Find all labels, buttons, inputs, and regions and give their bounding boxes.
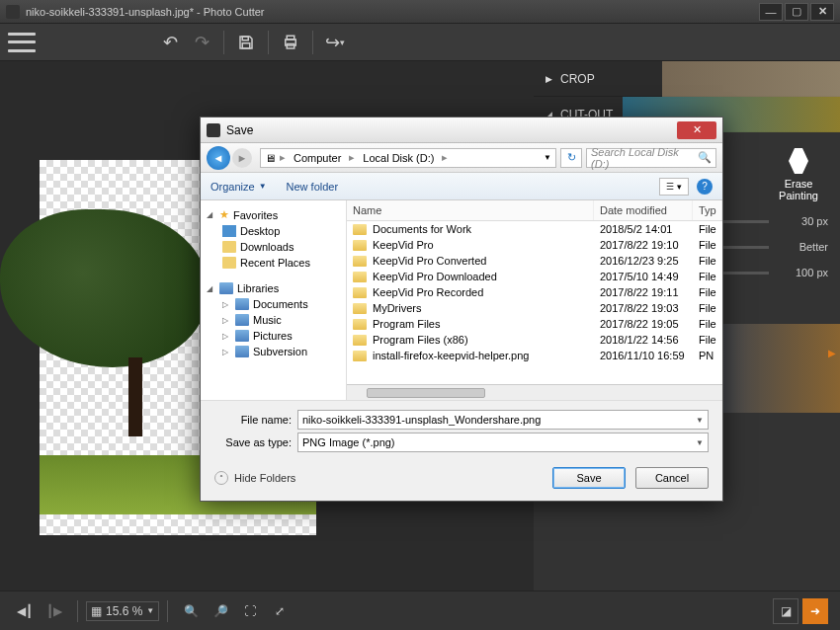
dialog-titlebar: Save ✕	[201, 118, 722, 143]
list-row[interactable]: MyDrivers2017/8/22 19:03File	[347, 300, 722, 316]
folder-icon	[353, 319, 367, 330]
save-button[interactable]: Save	[552, 467, 626, 489]
help-button[interactable]: ?	[697, 179, 713, 195]
dialog-backdrop: Save ✕ ◄ ► 🖥 ▸ Computer ▸ Local Disk (D:…	[0, 0, 840, 630]
folder-icon	[353, 287, 367, 298]
breadcrumb[interactable]: 🖥 ▸ Computer ▸ Local Disk (D:) ▸ ▼	[260, 148, 556, 168]
filename-value: niko-soikkeli-333391-unsplash_Wondershar…	[302, 414, 541, 426]
tree-desktop[interactable]: Desktop	[205, 223, 342, 239]
saveas-type-select[interactable]: PNG Image (*.png) ▼	[297, 433, 709, 452]
breadcrumb-dropdown[interactable]: ▼	[544, 153, 551, 162]
tree-recent[interactable]: Recent Places	[205, 255, 342, 271]
organize-button[interactable]: Organize▼	[210, 181, 267, 193]
chevron-down-icon[interactable]: ▼	[696, 416, 704, 425]
chevron-down-icon[interactable]: ▼	[696, 438, 704, 447]
search-placeholder: Search Local Disk (D:)	[591, 146, 698, 170]
folder-tree[interactable]: ◢★Favorites Desktop Downloads Recent Pla…	[201, 200, 347, 400]
tree-music[interactable]: ▷Music	[205, 312, 342, 328]
saveas-label: Save as type:	[214, 436, 292, 448]
folder-icon	[353, 240, 367, 251]
filename-label: File name:	[214, 414, 292, 426]
dialog-title: Save	[226, 123, 677, 137]
list-row[interactable]: KeepVid Pro Downloaded2017/5/10 14:49Fil…	[347, 269, 722, 284]
list-rows[interactable]: Documents for Work2018/5/2 14:01FileKeep…	[347, 221, 722, 384]
dialog-icon	[207, 123, 220, 137]
hide-folders-button[interactable]: ˄ Hide Folders	[214, 471, 295, 485]
nav-forward-button[interactable]: ►	[232, 148, 252, 168]
dialog-footer: ˄ Hide Folders Save Cancel	[201, 457, 722, 501]
nav-back-button[interactable]: ◄	[207, 146, 230, 170]
tree-subversion[interactable]: ▷Subversion	[205, 344, 342, 359]
dialog-close-button[interactable]: ✕	[677, 121, 716, 139]
dialog-fields: File name: niko-soikkeli-333391-unsplash…	[201, 400, 722, 457]
chevron-up-icon: ˄	[214, 471, 228, 485]
list-row[interactable]: KeepVid Pro Recorded2017/8/22 19:11File	[347, 284, 722, 300]
list-row[interactable]: Documents for Work2018/5/2 14:01File	[347, 221, 722, 237]
breadcrumb-drive[interactable]: Local Disk (D:)	[359, 152, 438, 164]
folder-icon	[353, 351, 367, 361]
tree-pictures[interactable]: ▷Pictures	[205, 328, 342, 344]
folder-icon	[353, 272, 367, 282]
dialog-nav: ◄ ► 🖥 ▸ Computer ▸ Local Disk (D:) ▸ ▼ ↻…	[201, 143, 722, 173]
search-input[interactable]: Search Local Disk (D:) 🔍	[586, 148, 716, 168]
list-row[interactable]: KeepVid Pro Converted2016/12/23 9:25File	[347, 253, 722, 269]
list-header[interactable]: Name Date modified Typ	[347, 200, 722, 221]
dialog-body: ◢★Favorites Desktop Downloads Recent Pla…	[201, 200, 722, 400]
folder-icon	[353, 224, 367, 235]
col-type[interactable]: Typ	[693, 200, 722, 220]
dialog-toolbar: Organize▼ New folder ☰ ▾ ?	[201, 173, 722, 200]
col-date[interactable]: Date modified	[594, 200, 693, 220]
folder-icon	[353, 256, 367, 267]
horizontal-scrollbar[interactable]	[347, 384, 722, 400]
tree-libraries[interactable]: ◢Libraries	[205, 280, 342, 296]
refresh-button[interactable]: ↻	[560, 148, 582, 168]
folder-icon	[353, 303, 367, 314]
tree-downloads[interactable]: Downloads	[205, 239, 342, 255]
file-list: Name Date modified Typ Documents for Wor…	[347, 200, 722, 400]
computer-icon: 🖥	[265, 152, 276, 164]
folder-icon	[353, 335, 367, 346]
list-row[interactable]: Program Files (x86)2018/1/22 14:56File	[347, 332, 722, 348]
cancel-button[interactable]: Cancel	[635, 467, 709, 489]
filename-input[interactable]: niko-soikkeli-333391-unsplash_Wondershar…	[297, 410, 709, 430]
view-mode-button[interactable]: ☰ ▾	[659, 178, 689, 196]
tree-documents[interactable]: ▷Documents	[205, 296, 342, 312]
list-row[interactable]: install-firefox-keepvid-helper.png2016/1…	[347, 348, 722, 363]
search-icon[interactable]: 🔍	[698, 151, 712, 164]
breadcrumb-computer[interactable]: Computer	[290, 152, 345, 164]
tree-favorites[interactable]: ◢★Favorites	[205, 206, 342, 223]
new-folder-button[interactable]: New folder	[287, 181, 339, 193]
saveas-value: PNG Image (*.png)	[302, 436, 395, 448]
col-name[interactable]: Name	[347, 200, 594, 220]
list-row[interactable]: Program Files2017/8/22 19:05File	[347, 316, 722, 332]
save-dialog: Save ✕ ◄ ► 🖥 ▸ Computer ▸ Local Disk (D:…	[200, 117, 723, 502]
list-row[interactable]: KeepVid Pro2017/8/22 19:10File	[347, 237, 722, 253]
